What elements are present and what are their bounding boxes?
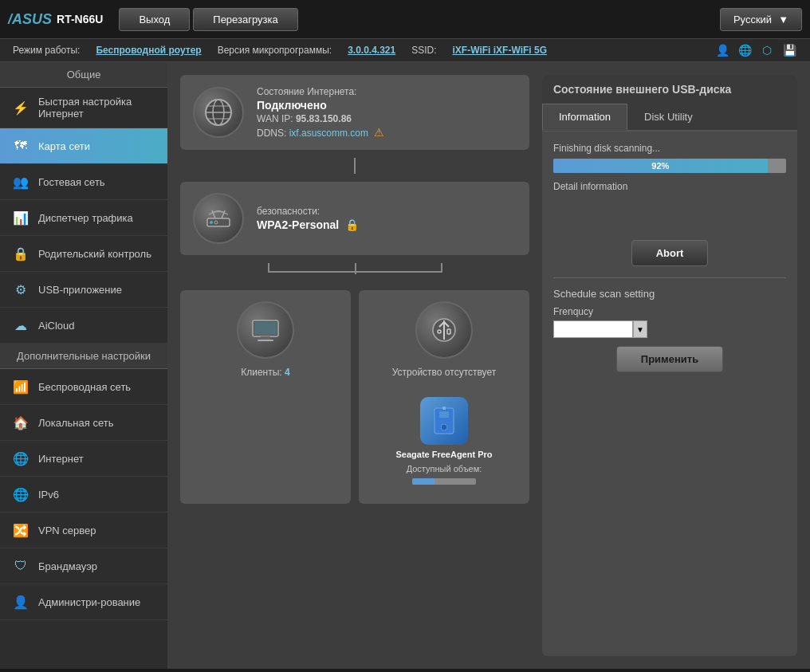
scan-status-text: Finishing disk scanning... bbox=[553, 143, 786, 154]
fw-value[interactable]: 3.0.0.4.321 bbox=[348, 45, 395, 56]
ipv6-icon: 🌐 bbox=[11, 485, 30, 504]
logout-button[interactable]: Выход bbox=[119, 8, 190, 31]
sidebar-item-network-map[interactable]: 🗺 Карта сети bbox=[0, 128, 167, 164]
status-bar: Режим работы: Беспроводной роутер Версия… bbox=[0, 38, 810, 62]
ssid-label: SSID: bbox=[411, 45, 436, 56]
detail-info-label: Detail information bbox=[553, 181, 786, 192]
usb-panel: Состояние внешнего USB-диска Information… bbox=[542, 75, 797, 656]
warning-icon: ⚠ bbox=[374, 126, 384, 139]
firewall-icon: 🛡 bbox=[11, 556, 30, 576]
sidebar-item-wireless[interactable]: 📶 Беспроводная сеть bbox=[0, 369, 167, 405]
sidebar-item-internet[interactable]: 🌐 Интернет bbox=[0, 441, 167, 477]
sidebar-item-traffic[interactable]: 📊 Диспетчер трафика bbox=[0, 200, 167, 236]
freq-select[interactable]: ▼ bbox=[553, 320, 786, 338]
connector-1 bbox=[180, 158, 529, 174]
usb-panel-content: Finishing disk scanning... 92% Detail in… bbox=[542, 132, 797, 391]
computer-icon bbox=[246, 311, 285, 349]
usb-panel-tabs: Information Disk Utility bbox=[542, 104, 797, 132]
internet-status-label: Состояние Интернета: bbox=[257, 86, 517, 97]
svg-point-7 bbox=[214, 221, 218, 224]
sidebar-label-lan: Локальная сеть bbox=[38, 417, 113, 429]
sidebar-item-parental[interactable]: 🔒 Родительский контроль bbox=[0, 236, 167, 272]
internet-card-info: Состояние Интернета: Подключено WAN IP: … bbox=[257, 86, 517, 139]
sidebar-label-aicloud: AiCloud bbox=[38, 320, 75, 332]
router-card: безопасности: WPA2-Personal 🔒 bbox=[180, 182, 529, 255]
sidebar-label-internet: Интернет bbox=[38, 453, 84, 465]
language-label: Русский bbox=[733, 14, 772, 26]
sidebar-label-firewall: Брандмауэр bbox=[38, 560, 97, 572]
clients-icon-circle bbox=[237, 301, 294, 359]
apply-button[interactable]: Применить bbox=[616, 346, 723, 372]
sidebar-item-firewall[interactable]: 🛡 Брандмауэр bbox=[0, 548, 167, 584]
freq-input[interactable] bbox=[553, 320, 633, 338]
logo: /ASUS RT-N66U bbox=[8, 11, 103, 28]
connector-line-1 bbox=[354, 158, 356, 174]
router-card-info: безопасности: WPA2-Personal 🔒 bbox=[257, 206, 517, 231]
seagate-storage-bar bbox=[412, 478, 434, 485]
sidebar-item-guest[interactable]: 👥 Гостевая сеть bbox=[0, 164, 167, 200]
reboot-button[interactable]: Перезагрузка bbox=[193, 8, 297, 31]
tab-information[interactable]: Information bbox=[542, 104, 627, 131]
scan-progress-bar: 92% bbox=[553, 159, 768, 173]
sidebar-label-usb-app: USB-приложение bbox=[38, 284, 122, 296]
tab-disk-utility[interactable]: Disk Utility bbox=[627, 104, 710, 130]
network-map: Состояние Интернета: Подключено WAN IP: … bbox=[180, 75, 529, 656]
seagate-name: Seagate FreeAgent Pro bbox=[395, 450, 492, 459]
abort-button[interactable]: Abort bbox=[631, 240, 709, 266]
usb-absent-label: Устройство отсутствует bbox=[392, 367, 497, 378]
clients-card: Клиенты: 4 bbox=[180, 290, 351, 504]
language-button[interactable]: Русский ▼ bbox=[720, 8, 802, 31]
usb-drive-icon bbox=[428, 405, 460, 437]
quick-setup-icon: ⚡ bbox=[11, 98, 30, 117]
freq-dropdown-arrow[interactable]: ▼ bbox=[633, 320, 647, 338]
seagate-storage-bar-container bbox=[412, 478, 476, 485]
sidebar-section-general: Общие bbox=[0, 62, 167, 88]
svg-point-6 bbox=[210, 221, 213, 224]
sidebar-item-vpn[interactable]: 🔀 VPN сервер bbox=[0, 513, 167, 548]
svg-rect-11 bbox=[261, 336, 270, 340]
content-area: Состояние Интернета: Подключено WAN IP: … bbox=[167, 62, 810, 669]
sidebar-item-ipv6[interactable]: 🌐 IPv6 bbox=[0, 477, 167, 513]
split-v-right bbox=[441, 263, 442, 273]
freq-label: Frenqucy bbox=[553, 306, 786, 317]
router-icon bbox=[204, 204, 233, 233]
schedule-section: Schedule scan setting Frenqucy ▼ Примени… bbox=[553, 277, 786, 372]
logo-asus: /ASUS bbox=[8, 11, 52, 28]
sidebar-item-quick-setup[interactable]: ⚡ Быстрая настройка Интернет bbox=[0, 88, 167, 128]
usb-panel-title: Состояние внешнего USB-диска bbox=[542, 75, 797, 104]
wan-ip-line: WAN IP: 95.83.150.86 bbox=[257, 113, 517, 124]
svg-rect-12 bbox=[258, 340, 273, 341]
wan-ip-value: 95.83.150.86 bbox=[296, 113, 352, 124]
svg-point-19 bbox=[441, 424, 447, 430]
clients-count: 4 bbox=[285, 367, 290, 378]
usb-connector-icon bbox=[425, 311, 463, 349]
sidebar-section-advanced: Дополнительные настройки bbox=[0, 344, 167, 369]
seagate-device-card: Seagate FreeAgent Pro Доступный объем: bbox=[387, 389, 500, 493]
globe-icon bbox=[204, 98, 233, 127]
sidebar-label-quick-setup: Быстрая настройка Интернет bbox=[38, 96, 156, 120]
sidebar-item-aicloud[interactable]: ☁ AiCloud bbox=[0, 308, 167, 344]
ssid-value[interactable]: iXF-WiFi iXF-WiFi 5G bbox=[453, 45, 547, 56]
internet-card: Состояние Интернета: Подключено WAN IP: … bbox=[180, 75, 529, 150]
vpn-icon: 🔀 bbox=[11, 521, 30, 540]
svg-rect-13 bbox=[254, 322, 277, 335]
wireless-icon: 📶 bbox=[11, 377, 30, 396]
mode-value[interactable]: Беспроводной роутер bbox=[96, 45, 201, 56]
sidebar-item-usb-app[interactable]: ⚙ USB-приложение bbox=[0, 272, 167, 308]
bottom-row: Клиенты: 4 Устройство отсутству bbox=[180, 290, 529, 504]
ddns-line: DDNS: ixf.asuscomm.com ⚠ bbox=[257, 126, 517, 139]
internet-icon-circle bbox=[193, 87, 244, 138]
split-v-left bbox=[268, 263, 269, 273]
ddns-label: DDNS: bbox=[257, 128, 286, 139]
usb-icon-circle bbox=[415, 301, 473, 359]
sidebar-item-lan[interactable]: 🏠 Локальная сеть bbox=[0, 405, 167, 441]
sidebar-item-admin[interactable]: 👤 Администри-рование bbox=[0, 584, 167, 620]
header-buttons: Выход Перезагрузка bbox=[119, 8, 720, 31]
security-value: WPA2-Personal 🔒 bbox=[257, 218, 517, 231]
sidebar-label-vpn: VPN сервер bbox=[38, 525, 96, 536]
split-connector bbox=[180, 263, 529, 282]
usb-status-icon: ⬡ bbox=[759, 42, 775, 58]
ddns-value[interactable]: ixf.asuscomm.com bbox=[289, 128, 368, 139]
usb-card: Устройство отсутствует Seagate FreeAgent bbox=[359, 290, 529, 504]
sidebar-label-wireless: Беспроводная сеть bbox=[38, 381, 131, 393]
